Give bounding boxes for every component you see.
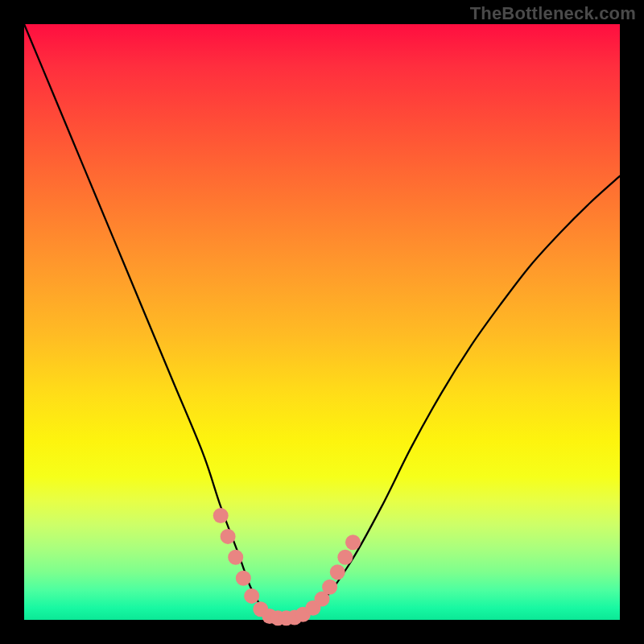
- plot-area: [24, 24, 620, 620]
- chart-frame: TheBottleneck.com: [0, 0, 644, 644]
- marker-dot: [337, 550, 353, 565]
- marker-dot: [244, 588, 259, 604]
- marker-dot: [322, 580, 337, 595]
- marker-dot: [221, 529, 236, 544]
- marker-dot: [330, 564, 345, 580]
- watermark-text: TheBottleneck.com: [470, 3, 636, 24]
- bottleneck-curve: [24, 24, 620, 618]
- marker-dot: [213, 508, 229, 523]
- marker-dot: [236, 571, 251, 586]
- marker-cluster: [213, 508, 361, 625]
- marker-dot: [345, 535, 361, 550]
- marker-dot: [228, 550, 243, 565]
- curve-layer: [24, 24, 620, 620]
